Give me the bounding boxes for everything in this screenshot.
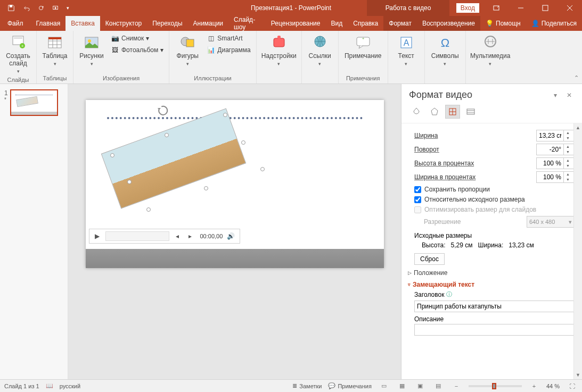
svg-text:+: + — [21, 44, 24, 48]
normal-view-button[interactable]: ▭ — [378, 381, 390, 391]
zoom-level[interactable]: 44 % — [546, 383, 560, 389]
undo-button[interactable] — [19, 1, 33, 15]
save-button[interactable] — [4, 1, 18, 15]
tab-animations[interactable]: Анимации — [188, 16, 229, 31]
volume-button[interactable]: 🔊 — [226, 231, 235, 241]
tab-review[interactable]: Рецензирование — [266, 16, 326, 31]
pane-tab-effects[interactable] — [427, 105, 442, 119]
collapse-ribbon-button[interactable]: ⌃ — [574, 74, 579, 81]
tab-file[interactable]: Файл — [0, 16, 31, 31]
resize-handle[interactable] — [204, 186, 208, 190]
table-button[interactable]: Таблица — [40, 33, 70, 68]
relative-original-checkbox[interactable] — [414, 196, 421, 203]
start-from-beginning-button[interactable] — [49, 1, 63, 15]
tell-me-button[interactable]: 💡Помощн — [480, 16, 526, 31]
resize-handle[interactable] — [223, 113, 227, 117]
photo-album-button[interactable]: 🖼Фотоальбом ▾ — [109, 45, 166, 55]
new-slide-button[interactable]: + Создать слайд — [3, 33, 33, 76]
scale-width-spinner[interactable]: ▲▼ — [536, 171, 575, 183]
resolution-label: Разрешение — [414, 218, 527, 226]
step-back-button[interactable]: ◂ — [173, 231, 182, 241]
spellcheck-icon[interactable]: 📖 — [46, 382, 53, 389]
share-button[interactable]: 👤Поделиться — [526, 16, 582, 31]
shapes-button[interactable]: Фигуры — [173, 33, 202, 68]
tab-format[interactable]: Формат — [383, 16, 417, 31]
pane-tab-video[interactable] — [463, 105, 478, 119]
slide-thumbnail-1[interactable] — [10, 89, 58, 116]
pictures-button[interactable]: Рисунки — [77, 33, 106, 68]
redo-button[interactable] — [34, 1, 48, 15]
reset-button[interactable]: Сброс — [414, 253, 445, 265]
pane-options-button[interactable]: ▾ — [550, 90, 561, 101]
screenshot-button[interactable]: 📷Снимок ▾ — [109, 33, 166, 44]
qat-customize-button[interactable]: ▾ — [64, 1, 71, 15]
resize-handle[interactable] — [241, 140, 245, 145]
maximize-button[interactable] — [533, 0, 558, 16]
pane-tab-size[interactable] — [445, 105, 460, 119]
zoom-slider[interactable] — [469, 385, 522, 387]
pane-close-button[interactable]: ✕ — [564, 90, 575, 101]
group-illustrations: Фигуры ◫SmartArt 📊Диаграмма Иллюстрации — [169, 31, 256, 84]
links-button[interactable]: Ссылки — [305, 33, 335, 68]
media-button[interactable]: Мультимедиа — [469, 33, 512, 68]
tab-insert[interactable]: Вставка — [65, 16, 100, 31]
width-spinner[interactable]: ▲▼ — [536, 130, 575, 141]
slideshow-view-button[interactable]: ▤ — [432, 381, 444, 391]
notes-button[interactable]: ≣Заметки — [292, 382, 322, 389]
format-video-pane: Формат видео ▾ ✕ Ширина▲▼ Поворот▲▼ Высо… — [401, 84, 582, 379]
seek-track[interactable] — [105, 231, 169, 241]
tab-home[interactable]: Главная — [31, 16, 66, 31]
comments-button[interactable]: 💬Примечания — [328, 382, 372, 389]
lock-aspect-checkbox[interactable] — [414, 186, 421, 193]
resize-handle[interactable] — [260, 167, 265, 171]
zoom-out-button[interactable]: − — [450, 381, 462, 391]
ribbon: + Создать слайд Слайды Таблица Таблицы Р… — [0, 31, 582, 84]
slide-canvas[interactable]: ▶ ◂ ▸ 00:00,00 🔊 — [86, 100, 384, 268]
video-object[interactable] — [101, 109, 246, 209]
scale-height-spinner[interactable]: ▲▼ — [536, 157, 575, 169]
position-section-header[interactable]: ▷Положение — [408, 269, 575, 277]
addins-button[interactable]: Надстройки — [260, 33, 298, 68]
resize-handle[interactable] — [165, 133, 169, 137]
smartart-button[interactable]: ◫SmartArt — [204, 33, 252, 44]
sign-in-button[interactable]: Вход — [456, 3, 480, 13]
rotation-handle[interactable] — [156, 104, 170, 118]
rotation-spinner[interactable]: ▲▼ — [536, 144, 575, 155]
tab-transitions[interactable]: Переходы — [147, 16, 187, 31]
symbols-button[interactable]: ΩСимволы — [428, 33, 462, 68]
pane-tab-fill[interactable] — [409, 105, 424, 119]
close-button[interactable] — [558, 0, 582, 16]
chart-icon: 📊 — [207, 46, 215, 54]
fit-to-window-button[interactable]: ⛶ — [566, 381, 578, 391]
language-indicator[interactable]: русский — [60, 383, 80, 389]
slide-editor[interactable]: ▶ ◂ ▸ 00:00,00 🔊 — [68, 84, 401, 379]
resize-handle[interactable] — [110, 153, 114, 157]
tab-playback[interactable]: Воспроизведение — [417, 16, 480, 31]
pane-scrollbar[interactable]: ▲▼ — [573, 123, 582, 379]
tab-help[interactable]: Справка — [348, 16, 383, 31]
slide-title-placeholder[interactable] — [107, 116, 363, 119]
reading-view-button[interactable]: ▣ — [414, 381, 426, 391]
alt-title-input[interactable] — [414, 301, 575, 312]
info-icon[interactable]: ⓘ — [446, 290, 452, 298]
comment-button[interactable]: +Примечание — [342, 33, 384, 61]
lightbulb-icon: 💡 — [486, 20, 494, 27]
ribbon-display-options-button[interactable] — [484, 0, 509, 16]
sorter-view-button[interactable]: ▦ — [396, 381, 408, 391]
tab-design[interactable]: Конструктор — [100, 16, 147, 31]
slide-counter[interactable]: Слайд 1 из 1 — [4, 383, 39, 389]
zoom-in-button[interactable]: + — [528, 381, 540, 391]
resize-handle[interactable] — [146, 207, 151, 212]
table-icon — [46, 34, 63, 51]
alt-description-input[interactable] — [414, 324, 575, 336]
quick-access-toolbar: ▾ — [0, 1, 71, 15]
minimize-button[interactable] — [509, 0, 533, 16]
tab-view[interactable]: Вид — [326, 16, 348, 31]
resize-handle[interactable] — [127, 180, 132, 184]
alt-text-section-header[interactable]: ▿Замещающий текст — [408, 281, 575, 288]
play-button[interactable]: ▶ — [93, 231, 102, 241]
tab-slideshow[interactable]: Слайд-шоу — [228, 16, 266, 31]
text-button[interactable]: AТекст — [391, 33, 421, 68]
chart-button[interactable]: 📊Диаграмма — [204, 45, 252, 55]
step-forward-button[interactable]: ▸ — [185, 231, 195, 241]
